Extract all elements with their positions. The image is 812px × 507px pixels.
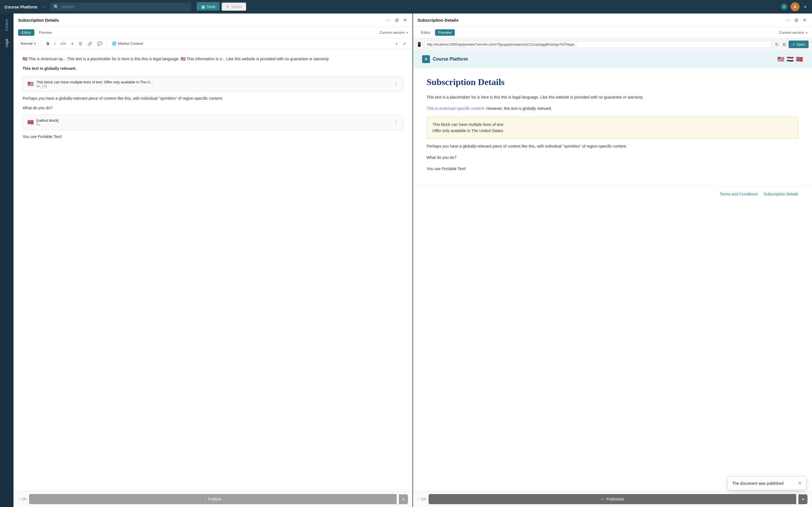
device-icon: 📱 xyxy=(416,42,422,47)
card-2-menu[interactable]: ⋮ xyxy=(394,120,399,125)
editor-paragraph-2: Perhaps you have a globally-relevant pie… xyxy=(22,95,403,101)
editor-close[interactable]: ✕ xyxy=(402,16,408,24)
preview-split-view[interactable]: ⊞ xyxy=(794,16,799,24)
editor-panel-header: Subscription Details ⋯ ⊞ ✕ xyxy=(13,13,412,27)
editor-panel: Subscription Details ⋯ ⊞ ✕ Editor Previe… xyxy=(13,13,412,507)
editor-time: ↑ 18h xyxy=(18,497,27,501)
toast-close-button[interactable]: ✕ xyxy=(798,481,802,486)
link-button[interactable]: 🔗 xyxy=(86,40,94,47)
tab-preview[interactable]: Preview xyxy=(36,29,55,36)
preview-doc-p4: What do you do? xyxy=(426,154,799,161)
card-1-menu[interactable]: ⋮ xyxy=(394,81,399,87)
editor-content: 🇺🇸 This is American-sp... This text is a… xyxy=(13,49,412,491)
editor-panel-footer: ↑ 18h ↑ Publish ▾ xyxy=(13,491,412,507)
italic-button[interactable]: i xyxy=(53,40,57,47)
editor-paragraph-4: You use Portable Text! xyxy=(22,133,403,140)
list-ordered-button[interactable]: ☰ xyxy=(77,40,84,47)
preview-refresh[interactable]: ↻ xyxy=(774,41,780,48)
flag-no-preview[interactable]: 🇳🇴 xyxy=(796,56,803,62)
list-unordered-button[interactable]: ≡ xyxy=(69,40,75,47)
editor-paragraph-1: 🇺🇸 This is American-sp... This text is a… xyxy=(22,56,403,62)
flag-nl-preview[interactable]: 🇳🇱 xyxy=(786,56,794,62)
add-block-button[interactable]: + xyxy=(394,40,400,47)
publish-button[interactable]: ↑ Publish xyxy=(29,494,397,504)
card-1-title: This block can have multiple lines of te… xyxy=(36,80,391,84)
search-input[interactable] xyxy=(61,4,188,9)
preview-close[interactable]: ✕ xyxy=(802,16,808,24)
preview-doc-title: Subscription Details xyxy=(426,77,799,87)
flag-us-1: 🇺🇸 xyxy=(22,57,28,61)
card-2-sub: no xyxy=(36,122,391,126)
tab-editor[interactable]: Editor xyxy=(18,29,35,36)
preview-site-header: ✕ Course Platform 🇺🇸 🇳🇱 🇳🇴 xyxy=(413,51,812,68)
content-block-card-2[interactable]: 🇳🇴 [callout block] no ⋮ xyxy=(22,115,403,130)
publish-icon: ↑ xyxy=(205,497,207,501)
up-arrow-icon: ↑ xyxy=(18,497,20,501)
toolbar-right: + ⤢ xyxy=(394,40,408,47)
preview-version-chevron[interactable]: ▾ xyxy=(806,31,808,35)
toolbar-separator-1 xyxy=(42,41,42,47)
toast-text: The document was published xyxy=(732,481,795,486)
preview-panel-header: Subscription Details ⋯ ⊞ ✕ xyxy=(413,13,812,27)
card-1-sub: en_US xyxy=(36,84,391,88)
publish-dropdown-button[interactable]: ▾ xyxy=(399,494,408,504)
preview-tabs: Editor Preview Current version ▾ xyxy=(413,27,812,38)
preview-time: ↑ 18h xyxy=(417,497,426,501)
style-select[interactable]: Normal ⬍ xyxy=(18,40,39,47)
published-button[interactable]: ✓ Published xyxy=(428,494,796,504)
app-logo: Course Platform xyxy=(4,4,38,9)
editor-split-view[interactable]: ⊞ xyxy=(394,16,400,24)
published-dropdown-button[interactable]: ▾ xyxy=(799,494,808,504)
preview-flags: 🇺🇸 🇳🇱 🇳🇴 xyxy=(777,56,803,62)
preview-tab-editor[interactable]: Editor xyxy=(417,29,434,36)
preview-panel: Subscription Details ⋯ ⊞ ✕ Editor Previe… xyxy=(412,13,812,507)
preview-footer-links: Terms and Conditions Subscription Detail… xyxy=(413,186,812,202)
bold-paragraph: This text is globally relevant. xyxy=(22,65,403,71)
collapse-button[interactable]: ⤢ xyxy=(401,40,408,47)
preview-doc-p3: Perhaps you have a globally-relevant pie… xyxy=(426,143,799,150)
avatar[interactable]: A xyxy=(791,2,800,11)
main-area: Content Legal Subscription Details ⋯ ⊞ ✕… xyxy=(0,13,812,507)
flag-us-2: 🇺🇸 xyxy=(181,57,186,61)
preview-copy[interactable]: ⧉ xyxy=(781,41,787,48)
nav-right: 0 A ▾ xyxy=(781,2,808,11)
search-bar[interactable]: 🔍 xyxy=(50,3,191,11)
globe-icon: 🌐 xyxy=(112,41,116,46)
tab-desk[interactable]: ▦ Desk xyxy=(197,2,220,11)
preview-tab-preview[interactable]: Preview xyxy=(435,29,455,36)
preview-open-button[interactable]: ↗ Open xyxy=(789,41,809,48)
version-chevron[interactable]: ▾ xyxy=(406,31,408,35)
preview-doc-p1: This text is a placeholder for is here i… xyxy=(426,94,799,101)
top-nav: Course Platform ✏ 🔍 ▦ Desk 👁 Vision 0 A … xyxy=(0,0,812,13)
editor-more-menu[interactable]: ⋯ xyxy=(385,16,392,24)
subscription-details-link[interactable]: Subscription Details xyxy=(763,192,799,196)
american-specific-label: This is American-specific content. xyxy=(426,106,485,111)
preview-header-actions: ⋯ ⊞ ✕ xyxy=(784,16,808,24)
editor-panel-title: Subscription Details xyxy=(18,18,383,22)
edit-icon[interactable]: ✏ xyxy=(41,3,47,11)
preview-url-bar: 📱 ↻ ⧉ ↗ Open xyxy=(413,38,812,51)
tab-vision[interactable]: 👁 Vision xyxy=(221,2,247,11)
comment-button[interactable]: 💬 xyxy=(96,40,104,47)
card-2-content: [callout block] no xyxy=(36,118,391,126)
search-icon: 🔍 xyxy=(54,4,59,10)
preview-url-input[interactable] xyxy=(424,41,772,48)
sidebar-item-legal[interactable]: Legal xyxy=(3,36,11,50)
card-2-title: [callout block] xyxy=(36,118,391,122)
info-text: This information is o... xyxy=(187,57,226,61)
globally-relevant-suffix: However, this text is globally relevant. xyxy=(486,106,552,111)
preview-more-menu[interactable]: ⋯ xyxy=(784,16,791,24)
desk-icon: ▦ xyxy=(201,4,205,9)
placeholder-text-1: This text is a placeholder for is here i… xyxy=(67,57,181,61)
editor-toolbar: Normal ⬍ B i </> ≡ ☰ 🔗 💬 🌐 Market Conten… xyxy=(13,38,412,49)
editor-header-actions: ⋯ ⊞ ✕ xyxy=(385,16,408,24)
terms-and-conditions-link[interactable]: Terms and Conditions xyxy=(720,192,758,196)
profile-dropdown[interactable]: ▾ xyxy=(803,3,808,11)
notification-badge[interactable]: 0 xyxy=(781,4,787,10)
code-button[interactable]: </> xyxy=(59,40,68,47)
flag-us-preview[interactable]: 🇺🇸 xyxy=(777,56,784,62)
sidebar-item-content[interactable]: Content xyxy=(3,16,11,34)
content-block-card-1[interactable]: 🇺🇸 This block can have multiple lines of… xyxy=(22,76,403,92)
preview-site-logo: ✕ Course Platform xyxy=(422,55,468,63)
bold-button[interactable]: B xyxy=(45,40,51,47)
